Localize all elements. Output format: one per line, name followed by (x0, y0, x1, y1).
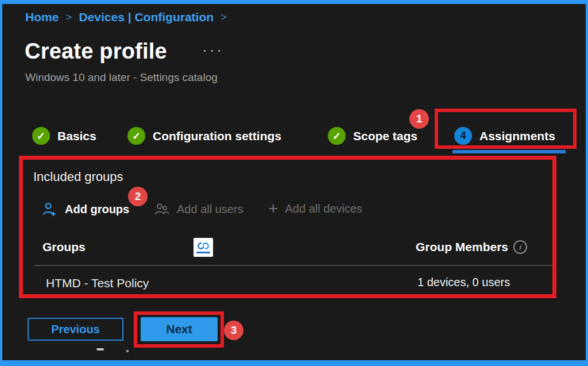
check-icon: ✓ (328, 127, 346, 145)
column-header-groups[interactable]: Groups (42, 240, 86, 254)
breadcrumb-link-devices-configuration[interactable]: Devices | Configuration (79, 10, 214, 24)
htmd-community-logo (194, 238, 213, 257)
breadcrumb-link-home[interactable]: Home (25, 10, 59, 24)
tab-basics[interactable]: ✓ Basics (32, 127, 96, 145)
next-button[interactable]: Next (141, 317, 218, 341)
table-row-group-members: 1 devices, 0 users (417, 276, 510, 289)
breadcrumb-separator-icon: > (220, 11, 227, 24)
previous-button[interactable]: Previous (28, 318, 123, 341)
add-all-users-label: Add all users (177, 203, 243, 216)
tab-scope-tags-label: Scope tags (353, 129, 417, 143)
column-header-group-members[interactable]: Group Members i (416, 240, 527, 254)
tab-scope-tags[interactable]: ✓ Scope tags (328, 127, 417, 145)
step-number-badge: 4 (454, 127, 472, 145)
add-all-devices-label: Add all devices (285, 202, 363, 215)
more-options-ellipsis-icon[interactable]: ··· (202, 41, 224, 59)
breadcrumb-separator-icon: > (65, 11, 72, 24)
page-title: Create profile (25, 39, 167, 64)
table-header-divider (34, 265, 554, 266)
tab-assignments-label: Assignments (479, 129, 555, 143)
logo-caption-line (196, 252, 210, 253)
cutoff-text-fragment (126, 350, 129, 352)
person-add-icon (41, 201, 58, 218)
group-members-label: Group Members (416, 240, 508, 254)
add-groups-label: Add groups (65, 203, 129, 216)
cutoff-text-fragment (96, 348, 104, 350)
add-all-users-button[interactable]: Add all users (153, 201, 243, 218)
breadcrumb: Home > Devices | Configuration > (25, 10, 227, 24)
people-icon (153, 201, 170, 218)
tab-configuration-settings[interactable]: ✓ Configuration settings (127, 127, 281, 145)
plus-icon: + (268, 201, 278, 216)
intune-create-profile-screen: { "breadcrumb": { "home": "Home", "separ… (0, 0, 588, 366)
check-icon: ✓ (127, 127, 145, 145)
add-groups-button[interactable]: Add groups (41, 201, 129, 218)
info-icon[interactable]: i (513, 240, 527, 254)
included-groups-heading: Included groups (33, 169, 123, 184)
table-row-group-name[interactable]: HTMD - Test Policy (46, 276, 149, 290)
add-all-devices-button[interactable]: + Add all devices (268, 201, 362, 216)
tab-basics-label: Basics (57, 129, 96, 143)
tab-assignments[interactable]: 4 Assignments (454, 127, 555, 145)
active-tab-underline (452, 150, 566, 153)
tab-configuration-settings-label: Configuration settings (153, 129, 281, 143)
annotation-badge-3: 3 (224, 321, 243, 340)
annotation-badge-2: 2 (128, 187, 148, 206)
annotation-badge-1: 1 (409, 109, 429, 129)
page-subtitle: Windows 10 and later - Settings catalog (25, 71, 218, 84)
check-icon: ✓ (32, 127, 50, 145)
